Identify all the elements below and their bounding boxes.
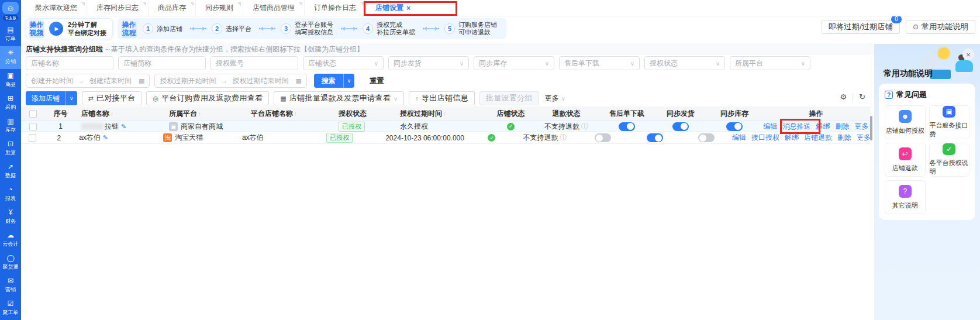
header-index[interactable]: 序号 (44, 109, 77, 119)
add-store-button[interactable]: 添加店铺 ∨ (26, 91, 77, 105)
operation-link[interactable]: 解绑 (816, 122, 830, 132)
operation-link[interactable]: 消息推送 (783, 122, 811, 132)
filter-select-placeholder: 店铺状态 (308, 59, 336, 68)
filter-select[interactable]: 授权状态 ∨ (644, 56, 725, 70)
flow-chip-label: 操作流程 (121, 19, 137, 38)
close-icon[interactable]: × (962, 49, 974, 60)
info-icon[interactable]: ⓘ (560, 133, 567, 143)
row-checkbox[interactable] (29, 134, 36, 142)
faq-item[interactable]: ✓ 各平台授权说明 (929, 143, 970, 177)
operation-link[interactable]: 更多 (857, 133, 871, 143)
search-dropdown-icon[interactable]: ∨ (343, 74, 355, 88)
page-tab[interactable]: 聚水潭欢迎您 (26, 0, 87, 16)
edit-pencil-icon[interactable]: ✎ (103, 134, 108, 142)
column-settings-gear-icon[interactable]: ⚙ (840, 92, 847, 101)
sync-delivery-toggle[interactable] (647, 133, 663, 142)
sidebar-item[interactable]: ¥ 财务 (0, 206, 21, 229)
header-platform-store-name[interactable]: 平台店铺名称↑ (246, 109, 334, 119)
table-tools: ⚙ ↻ (840, 92, 865, 101)
filter-select[interactable]: 同步发货 ∨ (388, 56, 469, 70)
tab-close-icon[interactable]: × (406, 4, 410, 12)
faq-item[interactable]: ? 其它说明 (885, 180, 926, 214)
step-number: 5 (444, 23, 455, 34)
toolbar-button[interactable]: ◎ 平台订购费用及返款费用查看 (146, 91, 269, 105)
toolbar-button[interactable]: ⇄ 已对接平台 (82, 91, 142, 105)
sync-inventory-toggle[interactable] (726, 122, 743, 131)
play-icon[interactable]: ▶ (49, 22, 63, 36)
sync-delivery-toggle[interactable] (672, 122, 689, 131)
sort-icon[interactable]: ↑ (443, 111, 446, 117)
filter-select[interactable]: 店铺状态 ∨ (303, 56, 384, 70)
operation-link[interactable]: 店铺退款 (804, 133, 832, 143)
operation-link[interactable]: 接口授权 (751, 133, 779, 143)
store-name-redacted (81, 123, 103, 130)
sort-icon[interactable]: ↑ (198, 111, 201, 117)
filter-select[interactable]: 所属平台 ∨ (730, 56, 810, 70)
toolbar-button[interactable]: ↑ 导出店铺信息 (409, 91, 474, 105)
sidebar-item[interactable]: ◯ 聚货通 (0, 252, 21, 274)
edit-pencil-icon[interactable]: ✎ (121, 123, 126, 130)
toolbar-button[interactable]: ▦ 店铺批量退款及发票申请查看 ∨ (274, 91, 404, 105)
select-all-checkbox[interactable] (29, 110, 37, 118)
row-checkbox[interactable] (29, 123, 37, 130)
common-functions-button[interactable]: ⊙ 常用功能说明 (906, 20, 975, 34)
date-end-placeholder: 授权过期结束时间 (232, 76, 288, 86)
sort-icon[interactable]: ↑ (111, 111, 113, 117)
faq-card: ? 常见问题 ☻ 店铺如何授权 ▣ 平台服务接口费 ↩ 店铺返款 (879, 84, 975, 220)
aftersale-download-toggle[interactable] (619, 122, 635, 131)
tutorial-video-card[interactable]: 操作视频 ▶ 2分钟了解 平台绑定对接 (26, 18, 113, 39)
sidebar-item[interactable]: ✳ 分销 (0, 46, 21, 69)
header-store-name[interactable]: 店铺名称↑ (77, 109, 164, 119)
operation-link[interactable]: 更多 (855, 122, 869, 132)
sidebar-item[interactable]: ▤ 订单 (0, 23, 21, 46)
operation-link[interactable]: 编辑 (732, 133, 746, 143)
refresh-icon[interactable]: ↻ (859, 92, 865, 101)
date-range-picker[interactable]: 授权过期开始时间 → 授权过期结束时间 ▦ (154, 74, 306, 88)
operation-link[interactable]: 删除 (837, 133, 851, 143)
sidebar-item[interactable]: ☑ 聚工单 (0, 297, 21, 320)
flow-step: 3 登录平台账号 填写授权信息 (257, 21, 333, 36)
sidebar-item[interactable]: ⊡ 胜算 (0, 137, 21, 160)
sidebar-item[interactable]: ▣ 商品 (0, 69, 21, 92)
filter-text-input[interactable] (211, 56, 298, 70)
sidebar-item[interactable]: ▥ 库存 (0, 115, 21, 137)
faq-item[interactable]: ↩ 店铺返款 (885, 143, 926, 177)
reset-button[interactable]: 重置 (363, 74, 391, 88)
page-tab[interactable]: 店铺商品管理 (243, 0, 304, 16)
more-button[interactable]: 更多 ∨ (545, 94, 565, 104)
filter-text-input[interactable] (26, 56, 113, 70)
sort-icon[interactable]: ↑ (294, 111, 297, 117)
operation-link[interactable]: 解绑 (785, 133, 799, 143)
page-tab[interactable]: 店铺设置 × (365, 0, 420, 16)
header-platform[interactable]: 所属平台↑ (164, 109, 246, 119)
page-tab[interactable]: 库存同步日志 (87, 0, 148, 16)
sync-inventory-toggle[interactable] (698, 133, 715, 142)
header-auth-expire[interactable]: 授权过期时间↑ (395, 109, 489, 119)
page-tab[interactable]: 同步规则 (195, 0, 243, 16)
operation-link[interactable]: 删除 (836, 122, 850, 132)
sidebar-item[interactable]: ↗ 数据 (0, 160, 21, 183)
page-tab[interactable]: 商品库存 (148, 0, 195, 16)
aftersale-download-toggle[interactable] (595, 133, 611, 142)
sidebar-item[interactable]: ☁ 云会计 (0, 229, 21, 252)
add-store-dropdown-icon[interactable]: ∨ (65, 91, 77, 105)
page-tab[interactable]: 订单操作日志 (304, 0, 365, 16)
filter-text-input[interactable] (118, 56, 206, 70)
sidebar-item[interactable]: ⊞ 采购 (0, 92, 21, 115)
search-button[interactable]: 搜索 ∨ (314, 74, 355, 88)
expiring-stores-button[interactable]: 即将过期/过期店铺 0 (822, 20, 900, 34)
toolbar-button[interactable]: 批量设置分组 (479, 91, 539, 105)
filter-select-placeholder: 所属平台 (735, 59, 763, 68)
date-range-picker[interactable]: 创建开始时间 → 创建结束时间 ▦ (26, 74, 150, 88)
faq-item[interactable]: ☻ 店铺如何授权 (885, 105, 926, 139)
filter-select[interactable]: 同步库存 ∨ (474, 56, 554, 70)
filter-select[interactable]: 售后单下载 ∨ (559, 56, 640, 70)
sidebar-item[interactable]: ✉ 营销 (0, 274, 21, 297)
sidebar-item-label: 聚货通 (3, 263, 19, 271)
app-logo[interactable]: ☺ (2, 2, 19, 14)
operation-link[interactable]: 编辑 (764, 122, 778, 132)
faq-item[interactable]: ▣ 平台服务接口费 (929, 105, 970, 139)
sidebar-item[interactable]: ◔ 报表 (0, 183, 21, 206)
info-icon[interactable]: ⓘ (581, 122, 588, 132)
table-scrollbar[interactable] (870, 116, 872, 140)
